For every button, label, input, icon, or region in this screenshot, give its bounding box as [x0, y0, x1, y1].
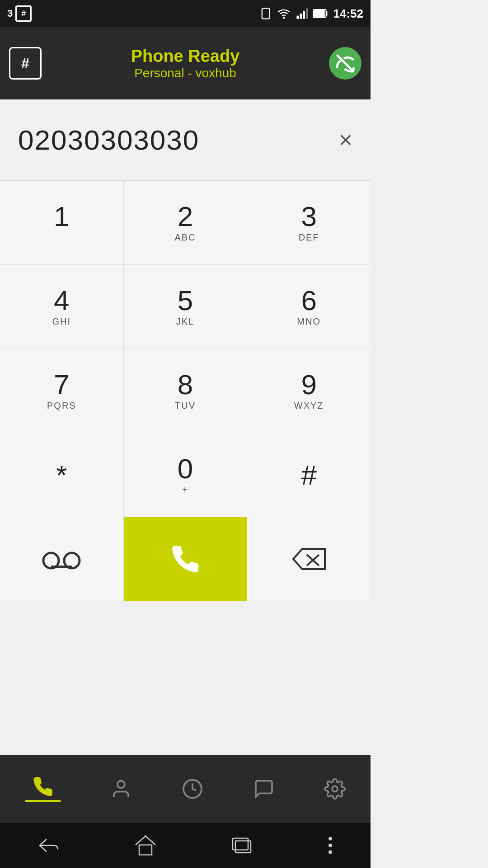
- bottom-nav: [0, 755, 371, 823]
- svg-rect-4: [303, 11, 305, 19]
- keypad: 1 2 ABC 3 DEF 4 GHI 5 JKL 6 MNO 7 PQRS: [0, 181, 371, 601]
- nav-messages-icon: [253, 778, 275, 800]
- key-3-alpha: DEF: [299, 232, 319, 243]
- key-8-num: 8: [178, 371, 193, 399]
- nav-active-indicator: [25, 800, 61, 802]
- svg-point-16: [332, 786, 338, 792]
- key-5-num: 5: [178, 287, 193, 315]
- app-icon-small: #: [15, 5, 32, 22]
- svg-rect-5: [306, 8, 308, 19]
- svg-rect-10: [51, 566, 72, 568]
- keypad-row-1: 1 2 ABC 3 DEF: [0, 181, 371, 265]
- key-4-num: 4: [54, 287, 69, 315]
- system-nav: [0, 823, 371, 868]
- backspace-button[interactable]: [247, 517, 371, 601]
- key-4-alpha: GHI: [52, 316, 71, 327]
- key-7-alpha: PQRS: [47, 401, 76, 411]
- svg-rect-7: [314, 10, 324, 17]
- nav-item-contacts[interactable]: [101, 774, 141, 804]
- svg-point-14: [117, 781, 125, 788]
- keypad-row-4: * 0 + #: [0, 433, 371, 517]
- nav-contacts-icon: [110, 778, 132, 800]
- svg-point-1: [283, 17, 284, 18]
- header: # Phone Ready Personal - voxhub: [0, 27, 371, 99]
- nav-phone-icon: [32, 776, 54, 797]
- voicemail-icon: [41, 548, 82, 571]
- status-right: 14:52: [259, 7, 364, 21]
- key-4[interactable]: 4 GHI: [0, 265, 124, 349]
- key-9-alpha: WXYZ: [294, 401, 324, 411]
- keypad-row-3: 7 PQRS 8 TUV 9 WXYZ: [0, 349, 371, 433]
- key-hash[interactable]: #: [247, 433, 371, 517]
- header-status-title: Phone Ready: [42, 47, 329, 66]
- hash-symbol: #: [21, 9, 26, 19]
- signal-icon: [296, 7, 308, 20]
- key-star-num: *: [56, 461, 67, 489]
- nav-item-recents[interactable]: [173, 774, 212, 804]
- home-button[interactable]: [130, 830, 161, 860]
- key-3[interactable]: 3 DEF: [247, 181, 371, 264]
- key-1-alpha: [60, 232, 64, 243]
- status-number: 3: [7, 8, 13, 19]
- status-bar: 3 # 14:52: [0, 0, 371, 27]
- svg-rect-17: [139, 845, 152, 855]
- key-0-num: 0: [178, 455, 193, 483]
- overflow-button[interactable]: [323, 831, 338, 859]
- svg-marker-11: [293, 549, 325, 569]
- key-5-alpha: JKL: [176, 316, 194, 327]
- key-9[interactable]: 9 WXYZ: [247, 349, 371, 433]
- clear-button[interactable]: ×: [339, 126, 352, 153]
- key-6-num: 6: [301, 287, 316, 315]
- call-switch-button[interactable]: [329, 47, 361, 80]
- key-8[interactable]: 8 TUV: [124, 349, 248, 433]
- keypad-row-2: 4 GHI 5 JKL 6 MNO: [0, 265, 371, 349]
- key-9-num: 9: [301, 371, 316, 399]
- key-7-num: 7: [54, 371, 69, 399]
- key-2[interactable]: 2 ABC: [124, 181, 248, 264]
- dialer-display: 02030303030 ×: [0, 99, 371, 181]
- nav-settings-icon: [324, 778, 346, 800]
- phone-signal-icon: [259, 7, 272, 20]
- key-0-alpha: +: [182, 485, 188, 495]
- nav-recents-icon: [182, 778, 203, 800]
- key-1[interactable]: 1: [0, 181, 124, 264]
- nav-item-messages[interactable]: [244, 774, 284, 804]
- logo-hash: #: [21, 55, 29, 72]
- svg-rect-0: [262, 8, 269, 19]
- back-icon: [38, 837, 60, 854]
- back-button[interactable]: [33, 832, 65, 859]
- key-5[interactable]: 5 JKL: [124, 265, 248, 349]
- key-6-alpha: MNO: [297, 316, 321, 327]
- key-star[interactable]: *: [0, 433, 124, 517]
- key-hash-num: #: [301, 461, 316, 489]
- key-2-alpha: ABC: [174, 232, 196, 243]
- status-time: 14:52: [333, 7, 364, 21]
- svg-rect-3: [300, 14, 302, 19]
- svg-point-21: [328, 844, 332, 847]
- key-7[interactable]: 7 PQRS: [0, 349, 124, 433]
- key-1-num: 1: [54, 203, 69, 231]
- overflow-icon: [327, 836, 333, 855]
- nav-item-phone[interactable]: [16, 771, 70, 807]
- app-logo: #: [9, 47, 42, 80]
- key-0[interactable]: 0 +: [124, 433, 248, 517]
- key-8-alpha: TUV: [175, 401, 196, 411]
- call-button[interactable]: [124, 517, 248, 601]
- voicemail-button[interactable]: [0, 517, 124, 601]
- header-title-block: Phone Ready Personal - voxhub: [42, 47, 329, 80]
- key-6[interactable]: 6 MNO: [247, 265, 371, 349]
- svg-point-22: [328, 850, 332, 854]
- status-left: 3 #: [7, 5, 32, 22]
- recents-button[interactable]: [226, 832, 257, 859]
- svg-point-20: [328, 837, 332, 840]
- recents-system-icon: [231, 836, 253, 854]
- home-icon: [135, 835, 156, 856]
- call-switch-icon: [335, 53, 355, 73]
- battery-icon: [313, 7, 329, 20]
- nav-item-settings[interactable]: [315, 774, 355, 804]
- key-3-num: 3: [301, 203, 316, 231]
- key-2-num: 2: [178, 203, 193, 231]
- dialed-number: 02030303030: [18, 124, 199, 156]
- header-subtitle: Personal - voxhub: [42, 66, 329, 80]
- phone-handset-icon: [169, 543, 201, 575]
